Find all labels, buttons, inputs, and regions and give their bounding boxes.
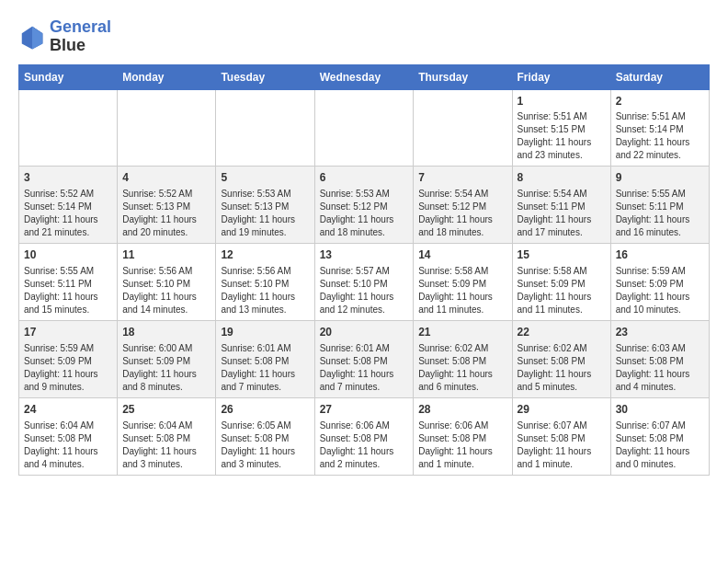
day-info: Sunrise: 6:06 AM Sunset: 5:08 PM Dayligh… (320, 419, 409, 471)
day-header-friday: Friday (512, 64, 610, 89)
day-info: Sunrise: 6:04 AM Sunset: 5:08 PM Dayligh… (122, 419, 210, 471)
day-info: Sunrise: 6:02 AM Sunset: 5:08 PM Dayligh… (518, 342, 606, 394)
calendar-table: SundayMondayTuesdayWednesdayThursdayFrid… (18, 64, 710, 476)
day-info: Sunrise: 6:01 AM Sunset: 5:08 PM Dayligh… (320, 342, 409, 394)
day-header-monday: Monday (118, 64, 216, 89)
day-info: Sunrise: 5:58 AM Sunset: 5:09 PM Dayligh… (418, 265, 506, 316)
day-info: Sunrise: 5:59 AM Sunset: 5:09 PM Dayligh… (24, 342, 112, 394)
day-info: Sunrise: 5:55 AM Sunset: 5:11 PM Dayligh… (24, 265, 112, 316)
day-number: 5 (221, 170, 309, 186)
day-number: 21 (418, 325, 506, 340)
calendar-cell: 1Sunrise: 5:51 AM Sunset: 5:15 PM Daylig… (512, 89, 610, 167)
day-number: 6 (320, 170, 409, 186)
day-info: Sunrise: 5:56 AM Sunset: 5:10 PM Dayligh… (221, 265, 309, 316)
calendar-cell: 17Sunrise: 5:59 AM Sunset: 5:09 PM Dayli… (19, 320, 118, 397)
calendar-cell: 6Sunrise: 5:53 AM Sunset: 5:12 PM Daylig… (314, 167, 414, 244)
day-info: Sunrise: 6:01 AM Sunset: 5:08 PM Dayligh… (221, 342, 309, 394)
day-info: Sunrise: 5:53 AM Sunset: 5:12 PM Dayligh… (320, 188, 409, 239)
calendar-cell: 11Sunrise: 5:56 AM Sunset: 5:10 PM Dayli… (118, 244, 216, 321)
day-header-saturday: Saturday (610, 64, 709, 89)
calendar-cell: 28Sunrise: 6:06 AM Sunset: 5:08 PM Dayli… (414, 397, 512, 475)
day-number: 8 (518, 170, 606, 186)
day-info: Sunrise: 5:54 AM Sunset: 5:11 PM Dayligh… (518, 188, 606, 239)
day-number: 11 (122, 247, 210, 263)
logo-text: General Blue (50, 18, 111, 55)
calendar-cell: 18Sunrise: 6:00 AM Sunset: 5:09 PM Dayli… (118, 320, 216, 397)
day-number: 14 (418, 247, 506, 263)
calendar-cell: 9Sunrise: 5:55 AM Sunset: 5:11 PM Daylig… (610, 167, 709, 244)
day-info: Sunrise: 6:02 AM Sunset: 5:08 PM Dayligh… (418, 342, 506, 394)
day-info: Sunrise: 6:04 AM Sunset: 5:08 PM Dayligh… (24, 419, 112, 471)
calendar-cell: 25Sunrise: 6:04 AM Sunset: 5:08 PM Dayli… (118, 397, 216, 475)
calendar-cell: 22Sunrise: 6:02 AM Sunset: 5:08 PM Dayli… (512, 320, 610, 397)
day-info: Sunrise: 5:52 AM Sunset: 5:13 PM Dayligh… (122, 188, 210, 239)
day-header-tuesday: Tuesday (216, 64, 314, 89)
day-info: Sunrise: 5:52 AM Sunset: 5:14 PM Dayligh… (24, 188, 112, 239)
day-number: 15 (518, 247, 606, 263)
day-info: Sunrise: 5:54 AM Sunset: 5:12 PM Dayligh… (418, 188, 506, 239)
svg-marker-2 (32, 27, 42, 50)
calendar-cell: 27Sunrise: 6:06 AM Sunset: 5:08 PM Dayli… (314, 397, 414, 475)
calendar-cell (19, 89, 118, 167)
calendar-cell: 3Sunrise: 5:52 AM Sunset: 5:14 PM Daylig… (19, 167, 118, 244)
day-info: Sunrise: 6:06 AM Sunset: 5:08 PM Dayligh… (418, 419, 506, 471)
calendar-cell: 19Sunrise: 6:01 AM Sunset: 5:08 PM Dayli… (216, 320, 314, 397)
week-row: 3Sunrise: 5:52 AM Sunset: 5:14 PM Daylig… (19, 167, 710, 244)
calendar-header-row: SundayMondayTuesdayWednesdayThursdayFrid… (19, 64, 710, 89)
day-number: 24 (24, 402, 112, 418)
calendar-cell: 14Sunrise: 5:58 AM Sunset: 5:09 PM Dayli… (414, 244, 512, 321)
day-info: Sunrise: 6:00 AM Sunset: 5:09 PM Dayligh… (122, 342, 210, 394)
day-number: 16 (616, 247, 704, 263)
day-number: 25 (122, 402, 210, 418)
calendar-cell: 12Sunrise: 5:56 AM Sunset: 5:10 PM Dayli… (216, 244, 314, 321)
week-row: 10Sunrise: 5:55 AM Sunset: 5:11 PM Dayli… (19, 244, 710, 321)
day-number: 1 (518, 94, 606, 109)
calendar-cell (216, 89, 314, 167)
day-info: Sunrise: 5:56 AM Sunset: 5:10 PM Dayligh… (122, 265, 210, 316)
calendar-cell: 10Sunrise: 5:55 AM Sunset: 5:11 PM Dayli… (19, 244, 118, 321)
calendar-cell: 4Sunrise: 5:52 AM Sunset: 5:13 PM Daylig… (118, 167, 216, 244)
day-number: 27 (320, 402, 409, 418)
day-info: Sunrise: 5:51 AM Sunset: 5:15 PM Dayligh… (518, 110, 606, 162)
logo: General Blue (18, 18, 111, 55)
day-number: 9 (616, 170, 704, 186)
week-row: 1Sunrise: 5:51 AM Sunset: 5:15 PM Daylig… (19, 89, 710, 167)
day-info: Sunrise: 5:58 AM Sunset: 5:09 PM Dayligh… (518, 265, 606, 316)
calendar-cell: 24Sunrise: 6:04 AM Sunset: 5:08 PM Dayli… (19, 397, 118, 475)
day-info: Sunrise: 5:55 AM Sunset: 5:11 PM Dayligh… (616, 188, 704, 239)
calendar-cell: 13Sunrise: 5:57 AM Sunset: 5:10 PM Dayli… (314, 244, 414, 321)
day-number: 2 (616, 94, 704, 109)
day-info: Sunrise: 5:51 AM Sunset: 5:14 PM Dayligh… (616, 110, 704, 162)
calendar-cell: 30Sunrise: 6:07 AM Sunset: 5:08 PM Dayli… (610, 397, 709, 475)
calendar-cell: 20Sunrise: 6:01 AM Sunset: 5:08 PM Dayli… (314, 320, 414, 397)
calendar-cell: 15Sunrise: 5:58 AM Sunset: 5:09 PM Dayli… (512, 244, 610, 321)
day-number: 17 (24, 325, 112, 340)
day-number: 12 (221, 247, 309, 263)
day-header-sunday: Sunday (19, 64, 118, 89)
day-info: Sunrise: 6:07 AM Sunset: 5:08 PM Dayligh… (518, 419, 606, 471)
day-info: Sunrise: 6:07 AM Sunset: 5:08 PM Dayligh… (616, 419, 704, 471)
week-row: 17Sunrise: 5:59 AM Sunset: 5:09 PM Dayli… (19, 320, 710, 397)
day-number: 26 (221, 402, 309, 418)
day-header-thursday: Thursday (414, 64, 512, 89)
day-number: 30 (616, 402, 704, 418)
calendar-cell: 23Sunrise: 6:03 AM Sunset: 5:08 PM Dayli… (610, 320, 709, 397)
calendar-cell: 21Sunrise: 6:02 AM Sunset: 5:08 PM Dayli… (414, 320, 512, 397)
calendar-body: 1Sunrise: 5:51 AM Sunset: 5:15 PM Daylig… (19, 89, 710, 475)
calendar-cell: 7Sunrise: 5:54 AM Sunset: 5:12 PM Daylig… (414, 167, 512, 244)
calendar-cell: 5Sunrise: 5:53 AM Sunset: 5:13 PM Daylig… (216, 167, 314, 244)
day-number: 13 (320, 247, 409, 263)
calendar-cell: 26Sunrise: 6:05 AM Sunset: 5:08 PM Dayli… (216, 397, 314, 475)
day-number: 4 (122, 170, 210, 186)
page-header: General Blue (18, 18, 710, 55)
week-row: 24Sunrise: 6:04 AM Sunset: 5:08 PM Dayli… (19, 397, 710, 475)
calendar-cell: 8Sunrise: 5:54 AM Sunset: 5:11 PM Daylig… (512, 167, 610, 244)
calendar-cell: 16Sunrise: 5:59 AM Sunset: 5:09 PM Dayli… (610, 244, 709, 321)
day-number: 7 (418, 170, 506, 186)
day-number: 3 (24, 170, 112, 186)
day-number: 22 (518, 325, 606, 340)
calendar-cell: 2Sunrise: 5:51 AM Sunset: 5:14 PM Daylig… (610, 89, 709, 167)
day-header-wednesday: Wednesday (314, 64, 414, 89)
day-number: 10 (24, 247, 112, 263)
day-info: Sunrise: 5:57 AM Sunset: 5:10 PM Dayligh… (320, 265, 409, 316)
